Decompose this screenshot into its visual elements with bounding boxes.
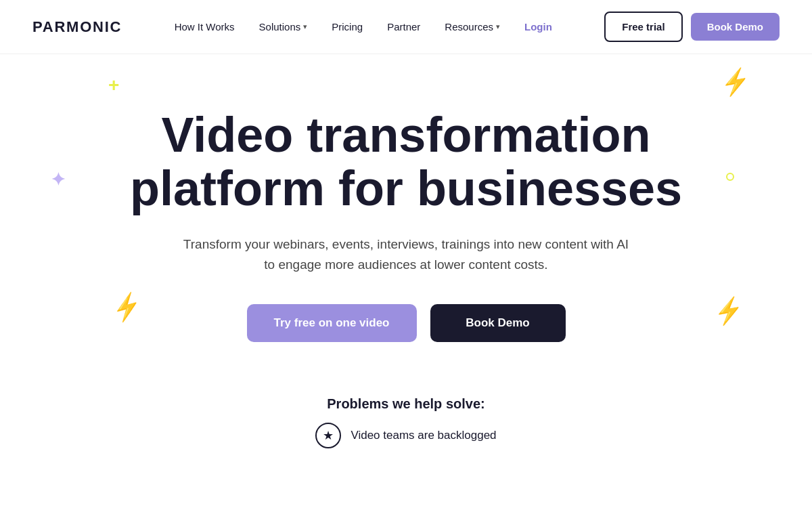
navbar: PARMONIC How It Works Solutions ▾ Pricin… xyxy=(0,0,812,54)
nav-item-solutions[interactable]: Solutions ▾ xyxy=(259,21,308,33)
chevron-down-icon: ▾ xyxy=(303,22,307,31)
nav-item-resources[interactable]: Resources ▾ xyxy=(445,21,500,33)
nav-item-partner[interactable]: Partner xyxy=(387,21,420,33)
problem-item: ★ Video teams are backlogged xyxy=(315,423,496,448)
nav-item-how-it-works[interactable]: How It Works xyxy=(175,21,235,33)
problems-title: Problems we help solve: xyxy=(327,396,484,412)
try-free-button[interactable]: Try free on one video xyxy=(247,304,417,342)
book-demo-nav-button[interactable]: Book Demo xyxy=(691,13,780,41)
hero-subtext: Transform your webinars, events, intervi… xyxy=(183,234,629,274)
plus-decoration: + xyxy=(108,75,119,96)
diamond-decoration-left: ✦ xyxy=(51,169,66,190)
book-demo-hero-button[interactable]: Book Demo xyxy=(430,304,566,342)
nav-item-login[interactable]: Login xyxy=(524,21,552,33)
nav-actions: Free trial Book Demo xyxy=(604,12,780,42)
hero-heading: Video transformation platform for busine… xyxy=(102,108,710,215)
logo: PARMONIC xyxy=(32,18,122,36)
nav-item-pricing[interactable]: Pricing xyxy=(332,21,363,33)
free-trial-button[interactable]: Free trial xyxy=(604,12,682,42)
hero-buttons: Try free on one video Book Demo xyxy=(32,304,780,342)
chevron-down-icon: ▾ xyxy=(496,22,500,31)
nav-links: How It Works Solutions ▾ Pricing Partner… xyxy=(175,21,552,33)
bolt-decoration-top-right: ⚡ xyxy=(719,65,754,98)
bottom-section: Problems we help solve: ★ Video teams ar… xyxy=(0,383,812,448)
star-badge-icon: ★ xyxy=(315,423,341,448)
circle-decoration-right xyxy=(726,173,734,181)
hero-section: + ⚡ ✦ ⚡ ⚡ Video transformation platform … xyxy=(0,54,812,383)
